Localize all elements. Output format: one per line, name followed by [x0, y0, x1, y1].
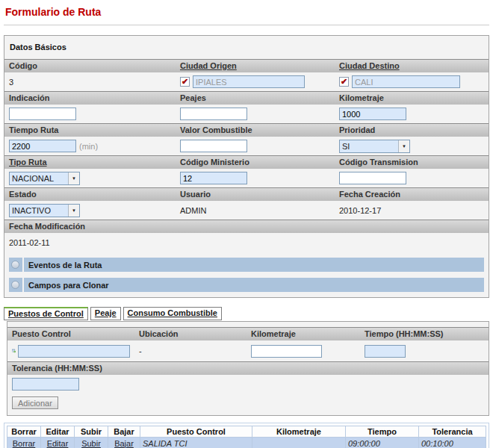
puesto-tiempo-input[interactable] — [365, 345, 406, 358]
col-editar: Editar — [41, 426, 75, 438]
codigo-ministerio-label: Código Ministerio — [176, 156, 335, 169]
campos-clonar-section-label: Campos para Clonar — [28, 281, 109, 290]
kilometraje-label: Kilometraje — [335, 92, 489, 105]
fecha-modificacion-value: 2011-02-11 — [9, 238, 50, 247]
tiempo-ruta-input[interactable] — [9, 140, 76, 152]
prioridad-selected-value: SI — [340, 140, 398, 152]
prioridad-select[interactable]: SI ▼ — [339, 140, 410, 153]
chevron-down-icon: ▼ — [68, 172, 79, 184]
borrar-link[interactable]: Borrar — [13, 439, 36, 448]
valor-combustible-label: Valor Combustible — [176, 124, 335, 137]
editar-link[interactable]: Editar — [47, 439, 69, 448]
tab-label: Peaje — [95, 308, 117, 317]
ciudad-origen-input[interactable] — [193, 75, 305, 88]
col-tiempo: Tiempo — [346, 426, 419, 438]
bajar-link[interactable]: Bajar — [114, 439, 134, 448]
subir-link[interactable]: Subir — [81, 439, 101, 448]
peajes-label: Peajes — [176, 92, 335, 105]
ciudad-destino-label-link[interactable]: Ciudad Destino — [339, 61, 400, 70]
value-row-1: 3 ✔ ✔ — [4, 72, 489, 91]
estado-select[interactable]: INACTIVO ▼ — [9, 204, 80, 217]
checkbox-check-icon: ✔ — [182, 78, 188, 86]
col-subir: Subir — [75, 426, 108, 438]
value-row-5: INACTIVO ▼ ADMIN 2010-12-17 — [4, 201, 489, 220]
indicacion-label: Indicación — [4, 92, 176, 105]
eventos-ruta-section-label: Eventos de la Ruta — [28, 261, 102, 270]
puesto-kilometraje-input[interactable] — [251, 345, 322, 358]
header-row-4: Tipo Ruta Código Ministerio Código Trans… — [4, 155, 489, 169]
chevron-down-icon: ▼ — [398, 140, 409, 152]
header-row-5: Estado Usuario Fecha Creación — [4, 187, 489, 201]
tab-consumo-combustible[interactable]: Consumo Combustible — [123, 307, 222, 320]
col-kilometraje: Kilometraje — [252, 426, 346, 438]
lookup-grid-icon[interactable] — [12, 345, 16, 357]
puesto-control-input[interactable] — [18, 345, 130, 358]
indicacion-input[interactable] — [9, 108, 76, 120]
prioridad-label: Prioridad — [335, 124, 489, 137]
kilometraje-input[interactable] — [339, 108, 406, 120]
tab-label: Consumo Combustible — [128, 308, 217, 317]
tiempo-ruta-label: Tiempo Ruta — [4, 124, 176, 137]
usuario-label: Usuario — [176, 188, 335, 201]
ciudad-destino-checkbox[interactable]: ✔ — [339, 77, 349, 87]
col-puesto-control: Puesto Control — [140, 426, 252, 438]
adicionar-button[interactable]: Adicionar — [12, 396, 58, 409]
tab-peaje[interactable]: Peaje — [90, 307, 121, 320]
value-row-3: (min) SI ▼ — [4, 137, 489, 155]
codigo-value: 3 — [9, 78, 13, 87]
fecha-creacion-value: 2010-12-17 — [339, 206, 381, 215]
ubicacion-value: - — [139, 346, 142, 355]
tipo-ruta-label-link[interactable]: Tipo Ruta — [9, 158, 47, 167]
campos-clonar-section-bar[interactable]: Campos para Clonar — [9, 278, 484, 292]
chevron-down-icon: ▼ — [68, 205, 79, 217]
header-row-2: Indicación Peajes Kilometraje — [4, 91, 489, 105]
puestos-results-box: Borrar Editar Subir Bajar Puesto Control… — [4, 423, 489, 448]
ciudad-destino-input[interactable] — [352, 75, 460, 88]
header-row-3: Tiempo Ruta Valor Combustible Prioridad — [4, 123, 489, 137]
usuario-value: ADMIN — [180, 206, 206, 215]
datos-basicos-panel: Datos Básicos Código Ciudad Origen Ciuda… — [4, 35, 489, 298]
value-row-4: NACIONAL ▼ — [4, 169, 489, 187]
results-header-row: Borrar Editar Subir Bajar Puesto Control… — [7, 426, 486, 438]
datos-basicos-title: Datos Básicos — [4, 36, 489, 59]
ubicacion-label: Ubicación — [134, 328, 246, 340]
title-divider — [4, 25, 489, 25]
ciudad-origen-checkbox[interactable]: ✔ — [180, 77, 190, 87]
codigo-transmision-label: Código Transmision — [335, 156, 489, 169]
tolerancia-header-row: Tolerancia (HH:MM:SS) — [7, 361, 489, 375]
puesto-value-row: - — [7, 340, 489, 361]
table-row: Borrar Editar Subir Bajar SALIDA TCI 09:… — [7, 438, 486, 448]
row-tolerancia: 00:10:00 — [421, 439, 453, 448]
tiempo-ruta-unit: (min) — [79, 142, 98, 151]
puesto-kilometraje-label: Kilometraje — [246, 328, 360, 340]
panel-padding — [4, 292, 489, 297]
tab-label: Puestos de Control — [8, 309, 84, 318]
bar-separator — [22, 258, 24, 272]
bar-separator — [22, 278, 24, 292]
collapse-toggle-icon[interactable] — [11, 281, 19, 289]
col-bajar: Bajar — [108, 426, 140, 438]
puesto-control-panel: Puesto Control Ubicación Kilometraje Tie… — [7, 321, 489, 416]
peajes-input[interactable] — [180, 108, 247, 120]
eventos-ruta-section-bar[interactable]: Eventos de la Ruta — [9, 258, 484, 272]
collapse-toggle-icon[interactable] — [11, 261, 19, 269]
tolerancia-input[interactable] — [12, 378, 79, 391]
puesto-header-row: Puesto Control Ubicación Kilometraje Tie… — [7, 327, 489, 340]
tolerancia-label: Tolerancia (HH:MM:SS) — [7, 362, 489, 375]
adicionar-row: Adicionar — [7, 393, 489, 415]
tolerancia-value-row — [7, 375, 489, 393]
codigo-transmision-input[interactable] — [339, 172, 406, 184]
detail-tabs: Puestos de Control Peaje Consumo Combust… — [4, 307, 489, 320]
ciudad-origen-label-link[interactable]: Ciudad Origen — [180, 61, 237, 70]
col-tolerancia: Tolerancia — [419, 426, 486, 438]
puesto-tiempo-label: Tiempo (HH:MM:SS) — [360, 328, 489, 340]
codigo-ministerio-input[interactable] — [180, 172, 247, 184]
header-row-6: Fecha Modificación — [4, 220, 489, 233]
puesto-control-label: Puesto Control — [7, 328, 134, 340]
valor-combustible-input[interactable] — [180, 140, 247, 152]
fecha-creacion-label: Fecha Creación — [335, 188, 489, 201]
checkbox-check-icon: ✔ — [341, 78, 347, 86]
tipo-ruta-select[interactable]: NACIONAL ▼ — [9, 172, 80, 185]
tab-puestos-de-control[interactable]: Puestos de Control — [4, 307, 88, 320]
header-row-1: Código Ciudad Origen Ciudad Destino — [4, 59, 489, 72]
